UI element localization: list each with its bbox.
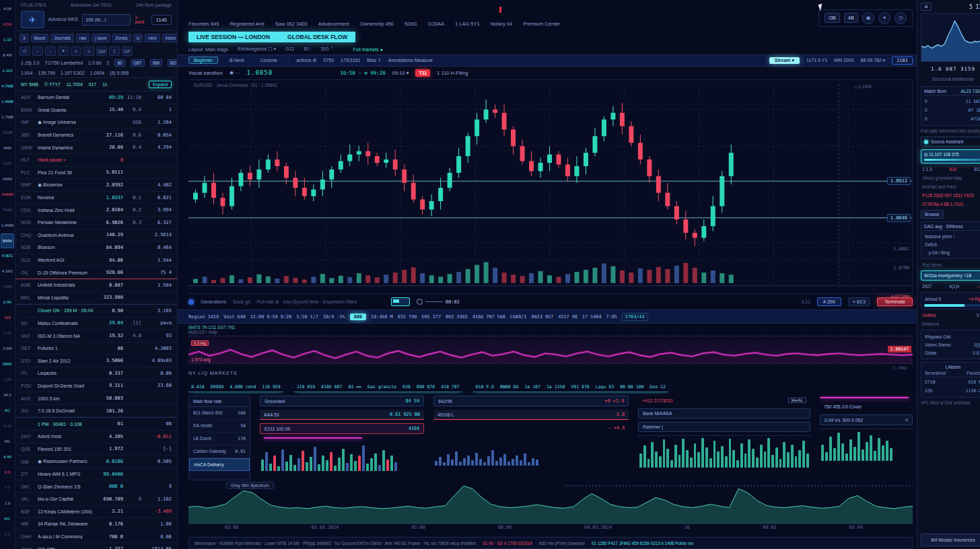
rail-item[interactable]: 4.04 <box>0 1 15 17</box>
stat-chip[interactable]: 17 5404 <box>582 314 602 320</box>
rail-item[interactable]: 4M5 <box>0 141 15 156</box>
group-chip[interactable]: Laqu 93 <box>596 384 614 390</box>
menu-item[interactable]: Saw 062 3400 <box>275 21 308 27</box>
group-chip[interactable]: 010 P.O <box>476 384 494 390</box>
stat-chip[interactable]: 12:00 9:59 9:28 <box>250 314 291 320</box>
stream-button[interactable]: Stream ▾ <box>769 57 800 64</box>
equity-chart[interactable]: Grey Win Spectrum <box>188 480 913 524</box>
rail-item[interactable]: AC <box>0 403 15 418</box>
grid-button[interactable]: ≡ 63:3 <box>848 297 871 306</box>
menu-item[interactable]: Advancement <box>318 21 349 27</box>
rail-item[interactable]: 7.7 <box>0 480 15 496</box>
reliance-label[interactable]: Reliance <box>921 321 980 327</box>
stat-chip[interactable]: 10/4 -5% <box>323 314 345 320</box>
dim-row-2[interactable]: emFast and Pace <box>921 184 980 190</box>
rail-item[interactable]: AMM <box>0 172 15 187</box>
flow-row[interactable]: +412 217/3010Me/AL <box>638 396 810 405</box>
watchlist-row[interactable]: IMP◉ Image UniverseUSD1.204 <box>15 116 177 129</box>
rail-item[interactable]: 1.4MM <box>0 218 15 233</box>
dag-row-2[interactable]: Deficit <box>924 240 980 248</box>
rail-item[interactable]: BMM <box>1 233 14 248</box>
flow-row[interactable]: Grounded84 59 <box>260 396 424 406</box>
flow-list-item[interactable]: B11 Watch 500500 <box>189 407 250 420</box>
mosaic-button[interactable]: Bril Mosaic Insurances <box>921 534 980 546</box>
rail-item[interactable]: 4.7MB <box>0 79 15 94</box>
rail-item[interactable]: 8.4M <box>0 48 15 63</box>
stat-chip[interactable]: 5703/43 <box>622 313 648 321</box>
flow-row[interactable]: 0.04 Vs. 500 0.052↻ <box>820 414 913 425</box>
group-chip[interactable]: 0.410 <box>191 384 205 390</box>
toolbar-icon[interactable]: DP <box>122 46 133 56</box>
clock-icon[interactable]: ◷ <box>895 12 907 24</box>
group-chip[interactable]: 039 <box>403 384 411 390</box>
menu-item[interactable]: 1 LAG 5Y1 <box>455 21 480 27</box>
watchlist-row[interactable]: SNTISO-M 3 Oberon NA19.324.893 <box>15 330 177 342</box>
group-chip[interactable]: 03 == <box>348 384 361 390</box>
watchlist-row[interactable]: GBWImana Dynamics20.880.44.294 <box>15 141 177 154</box>
flow-list-item[interactable]: DA Vestib50 <box>189 420 250 433</box>
tabbar-chip[interactable]: actions ⚙ <box>296 58 316 63</box>
sync-toggle[interactable] <box>391 297 410 306</box>
watchlist-row[interactable]: POUDupont St-Denis Grad9.31123.60 <box>15 380 177 393</box>
toolbar-chip[interactable]: | save <box>92 34 110 42</box>
flow-row[interactable]: — +4.9 <box>433 423 629 433</box>
watchlist-row[interactable]: 1 PM · 30481 · 0.1080100 <box>15 417 177 431</box>
menu-item[interactable]: Registered Amt <box>230 21 264 27</box>
symbol-icons[interactable]: ✱ ··· <box>230 70 240 76</box>
tabbar-chip[interactable]: 175/3151 <box>341 58 360 63</box>
hamburger-menu-icon[interactable]: ≣ <box>921 3 932 11</box>
rail-item[interactable]: 3.MC <box>0 156 15 172</box>
group-chip[interactable]: 1a 1350 <box>547 384 565 390</box>
stat-chip[interactable]: Region 1419 <box>188 314 219 320</box>
group-chip[interactable]: 410 707 <box>441 384 459 390</box>
group-chip[interactable]: 4.000 cond <box>230 384 256 390</box>
visors-row[interactable]: Rhypass Gist <box>924 332 980 340</box>
watchlist-row[interactable]: AUVBarnum Dental09:2911:1060 84 <box>15 92 177 104</box>
mini-overview-chart[interactable] <box>921 13 980 62</box>
watchlist-row[interactable]: QZEFlexonj 150 2011.972[-] <box>15 443 177 456</box>
watchlist-row[interactable]: NZBBluesun84.0940.464 <box>15 242 177 254</box>
watchlist-row[interactable]: AUX1002.5 km50.003 <box>15 392 177 405</box>
search-input[interactable] <box>82 14 131 26</box>
stat-chip[interactable]: 505 177 <box>421 314 441 320</box>
group-chip[interactable]: Gas granite <box>368 384 396 390</box>
watchlist-row[interactable]: CHQQuantum Avenue140.292.5814 <box>15 229 177 242</box>
watchlist-row[interactable]: ASBUnibelt Industrials0.8871.504 <box>15 279 177 292</box>
menu-item[interactable]: Ownership 450 <box>360 21 394 27</box>
subbar-item[interactable]: 520 ⌃ <box>321 46 335 51</box>
rail-item[interactable]: KC <box>0 511 15 527</box>
watchlist-row[interactable]: MKLMinsk Liquidity323.988 <box>15 292 177 305</box>
selected-run-row[interactable]: W/Zsa montgomery =1B <box>921 270 980 281</box>
price-tag-resistance[interactable]: 1.0912 <box>887 177 911 185</box>
dag-row-3[interactable]: ◌ p.0A / Mng <box>924 248 980 256</box>
watchlist-row[interactable]: HLTHard pause ▪0 <box>15 154 177 167</box>
slider-knob[interactable] <box>417 299 423 305</box>
watchlist-row[interactable]: ITLLegacies0.3370.08 <box>15 367 177 380</box>
rail-item[interactable]: J2MB <box>0 125 15 141</box>
candlestick-chart[interactable]: EURUSD · Janus Overseas · D1 · 1.08642 ◁… <box>188 79 913 295</box>
watchlist-row[interactable]: JBDBrandt Dynamics27.1160.60.054 <box>15 129 177 142</box>
rail-item[interactable]: MM2 <box>0 357 15 372</box>
subbar-item[interactable]: G12 <box>285 46 294 51</box>
rail-item[interactable]: 1.7MB <box>0 110 15 125</box>
price-box[interactable]: 2101 <box>892 57 913 65</box>
target-icon[interactable]: ◉ <box>862 12 874 24</box>
menu-item[interactable]: Premium Center <box>523 21 560 27</box>
watchlist-row[interactable]: GETFutures 1864.2003 <box>15 342 177 355</box>
rail-item[interactable]: 2.0 <box>0 527 15 542</box>
toolbar-chip[interactable]: next <box>145 34 160 42</box>
visors-row[interactable]: Visors Stereo1(f): <box>924 340 980 349</box>
flow-row[interactable]: Rammer | <box>638 422 810 432</box>
watchlist-row[interactable]: CDXIndiana Zinc Hold2.01040.23.994 <box>15 204 177 217</box>
dim-row-1[interactable]: Jetour granturm klay <box>921 175 980 181</box>
stat-chip[interactable]: 0923 957 <box>531 314 553 320</box>
watchlist-row[interactable]: OILD-15 Offshore Premium920.6675 4 <box>15 266 177 279</box>
visors-row[interactable]: Globe0.61 <box>924 349 980 357</box>
watchlist-row[interactable]: AWC991 Offs1.3321014 66 <box>15 543 177 549</box>
watchlist-row[interactable]: NOKPersian Metalmine6.90260.36.327 <box>15 217 177 229</box>
toolbar-icon[interactable]: ~ <box>32 46 43 56</box>
selected-strategy-row[interactable]: ⛭ 11.107 108 375 <box>921 149 980 163</box>
expand-button[interactable]: Expand <box>149 81 172 88</box>
menubar-button[interactable]: OB <box>825 13 840 23</box>
group-chip[interactable]: 110 859 <box>297 384 315 390</box>
